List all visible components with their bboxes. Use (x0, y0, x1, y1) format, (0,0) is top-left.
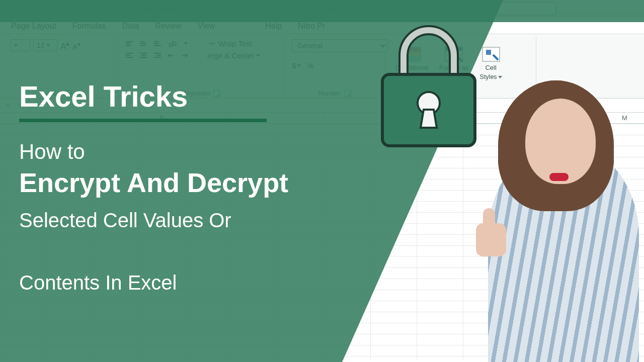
decrease-font-icon[interactable]: A▾ (72, 41, 80, 51)
merge-center-button[interactable]: erge & Center (207, 51, 260, 60)
col-header[interactable] (463, 113, 509, 123)
group-label-alignment: Alignment (183, 90, 211, 97)
font-size-box[interactable]: 11 (33, 39, 57, 51)
search-icon (314, 5, 321, 12)
increase-font-icon[interactable]: A▴ (60, 39, 69, 52)
column-headers: F K L M (0, 113, 644, 124)
cell-styles-button[interactable]: Cell Styles (477, 46, 505, 81)
col-header[interactable]: L (509, 113, 555, 123)
number-dialog-launcher[interactable] (344, 90, 351, 97)
format-as-table-button[interactable]: Format as Table (436, 46, 472, 81)
col-header[interactable]: F (139, 113, 185, 123)
enter-icon[interactable]: ✓ (17, 102, 22, 109)
cell-styles-icon (482, 47, 500, 62)
align-top-icon[interactable] (126, 41, 133, 46)
search-placeholder: Search (326, 5, 348, 13)
col-header[interactable]: K (417, 113, 463, 123)
percent-format-button[interactable]: % (307, 61, 313, 70)
group-alignment: ab ↩Wrap Text ⇤ ⇥ erge & Center Alignmen… (119, 37, 285, 98)
tab-help[interactable]: Help (264, 19, 283, 34)
svg-rect-4 (404, 52, 421, 56)
col-header[interactable] (324, 113, 370, 123)
accounting-format-button[interactable]: $ (292, 61, 301, 70)
ribbon: 11 A▴ A▾ Font ab ↩Wrap Text (0, 34, 644, 99)
conditional-formatting-icon (403, 47, 421, 62)
col-header[interactable] (46, 113, 93, 123)
col-header[interactable] (93, 113, 139, 123)
search-box[interactable]: Search (310, 2, 556, 15)
font-dialog-launcher[interactable] (65, 90, 72, 97)
group-label-number: Number (318, 90, 341, 97)
formula-bar: ✕ ✓ fx (0, 99, 644, 113)
orientation-icon[interactable]: ab (167, 38, 178, 49)
col-header[interactable] (231, 113, 278, 123)
group-label-font: Font (49, 90, 62, 97)
align-bottom-icon[interactable] (154, 41, 161, 46)
alignment-dialog-launcher[interactable] (213, 90, 220, 97)
tab-formulas[interactable]: Formulas (71, 19, 107, 34)
align-right-icon[interactable] (154, 53, 161, 58)
col-header[interactable] (185, 113, 231, 123)
svg-line-1 (319, 10, 321, 12)
svg-rect-7 (445, 47, 462, 51)
group-number: General $ % Number (285, 37, 385, 98)
svg-rect-3 (404, 47, 421, 52)
increase-indent-icon[interactable]: ⇥ (182, 51, 188, 60)
tab-view[interactable]: View (197, 19, 216, 34)
align-center-icon[interactable] (140, 53, 147, 58)
cancel-icon[interactable]: ✕ (5, 102, 11, 109)
tab-page-layout[interactable]: Page Layout (10, 19, 57, 34)
number-format-select[interactable]: General (292, 39, 387, 52)
col-header[interactable]: M (602, 113, 644, 123)
col-header[interactable] (370, 113, 417, 123)
tab-review[interactable]: Review (154, 19, 182, 34)
ribbon-tabs: Page Layout Formulas Data Review View He… (0, 17, 644, 34)
align-middle-icon[interactable] (140, 41, 147, 46)
conditional-formatting-button[interactable]: Conditional atting (392, 46, 431, 81)
svg-rect-5 (404, 56, 421, 61)
group-styles: Conditional atting Format as Table Cell … (385, 37, 536, 98)
col-header[interactable] (278, 113, 324, 123)
svg-rect-11 (486, 50, 491, 55)
tab-nitro[interactable]: Nitro Pr (297, 19, 326, 34)
group-label-styles: St (458, 90, 464, 97)
document-title: Book1 - Excel (4, 5, 307, 13)
align-left-icon[interactable] (126, 53, 133, 58)
wrap-text-button[interactable]: ↩Wrap Text (210, 39, 252, 48)
decrease-indent-icon[interactable]: ⇤ (168, 51, 175, 60)
spreadsheet-grid[interactable] (0, 124, 644, 360)
excel-window: Book1 - Excel Search Page Layout Formula… (0, 0, 644, 362)
font-name-box[interactable] (10, 39, 30, 51)
fx-icon[interactable]: fx (28, 102, 33, 109)
svg-point-0 (315, 6, 319, 10)
col-header[interactable] (555, 113, 602, 123)
format-as-table-icon (445, 47, 463, 62)
tab-data[interactable]: Data (121, 19, 140, 34)
title-bar: Book1 - Excel Search (0, 0, 644, 17)
group-font: 11 A▴ A▾ Font (3, 37, 119, 98)
col-header[interactable] (0, 113, 46, 123)
